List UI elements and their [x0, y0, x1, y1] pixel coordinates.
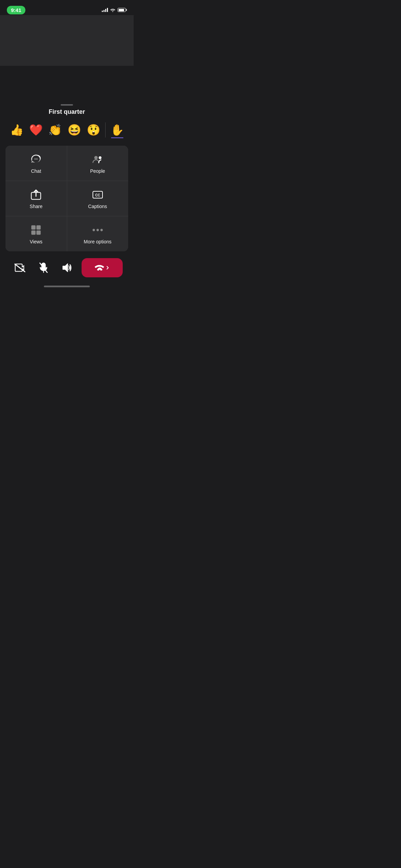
share-label: Share — [30, 204, 42, 209]
svg-rect-6 — [32, 225, 36, 230]
emoji-divider — [105, 122, 106, 137]
emoji-raise-hand[interactable]: ✋ — [108, 121, 126, 139]
status-time: 9:41 — [7, 6, 25, 14]
bottom-sheet: First quarter 👍 ❤️ 👏 😆 😲 ✋ Chat — [0, 101, 134, 289]
video-area — [0, 15, 134, 66]
captions-icon: CC — [92, 189, 103, 200]
home-bar — [44, 286, 90, 287]
share-icon — [31, 189, 41, 200]
home-indicator — [0, 283, 134, 289]
chat-icon — [31, 154, 41, 165]
svg-rect-8 — [32, 230, 36, 235]
svg-text:CC: CC — [95, 193, 100, 197]
emoji-wow[interactable]: 😲 — [85, 121, 102, 139]
people-icon — [92, 154, 103, 165]
mute-button[interactable] — [35, 259, 52, 277]
wifi-icon — [110, 8, 116, 12]
svg-rect-7 — [36, 225, 41, 230]
svg-marker-17 — [63, 264, 68, 272]
svg-point-0 — [112, 11, 113, 12]
svg-point-12 — [100, 229, 103, 231]
emoji-heart[interactable]: ❤️ — [27, 121, 45, 139]
people-button[interactable]: People — [67, 146, 129, 181]
chat-button[interactable]: Chat — [5, 146, 67, 181]
more-options-icon — [92, 225, 103, 236]
svg-point-1 — [94, 156, 98, 159]
end-call-button[interactable] — [82, 258, 123, 277]
sheet-title: First quarter — [0, 108, 134, 116]
svg-point-2 — [99, 156, 101, 159]
chat-label: Chat — [31, 168, 41, 174]
status-icons — [102, 8, 127, 12]
views-label: Views — [30, 239, 42, 244]
drag-handle[interactable] — [0, 101, 134, 108]
svg-rect-9 — [36, 230, 41, 235]
battery-icon — [118, 8, 127, 12]
captions-label: Captions — [88, 204, 107, 209]
signal-icon — [102, 8, 108, 12]
action-grid: Chat People Share — [5, 146, 128, 251]
emoji-clapping[interactable]: 👏 — [46, 121, 64, 139]
drag-handle-bar — [61, 104, 73, 106]
people-label: People — [90, 168, 105, 174]
more-options-label: More options — [84, 239, 111, 244]
status-bar: 9:41 — [0, 0, 134, 15]
emoji-thumbs-up[interactable]: 👍 — [8, 121, 26, 139]
views-button[interactable]: Views — [5, 216, 67, 251]
video-toggle-button[interactable] — [11, 259, 29, 277]
svg-point-10 — [93, 229, 95, 231]
more-options-button[interactable]: More options — [67, 216, 129, 251]
bottom-controls — [0, 251, 134, 283]
emoji-laughing[interactable]: 😆 — [65, 121, 83, 139]
raise-hand-underline — [111, 137, 123, 138]
emoji-row: 👍 ❤️ 👏 😆 😲 ✋ — [0, 121, 134, 139]
captions-button[interactable]: CC Captions — [67, 181, 129, 216]
speaker-button[interactable] — [58, 259, 76, 277]
views-icon — [31, 225, 41, 236]
svg-point-11 — [96, 229, 99, 231]
share-button[interactable]: Share — [5, 181, 67, 216]
